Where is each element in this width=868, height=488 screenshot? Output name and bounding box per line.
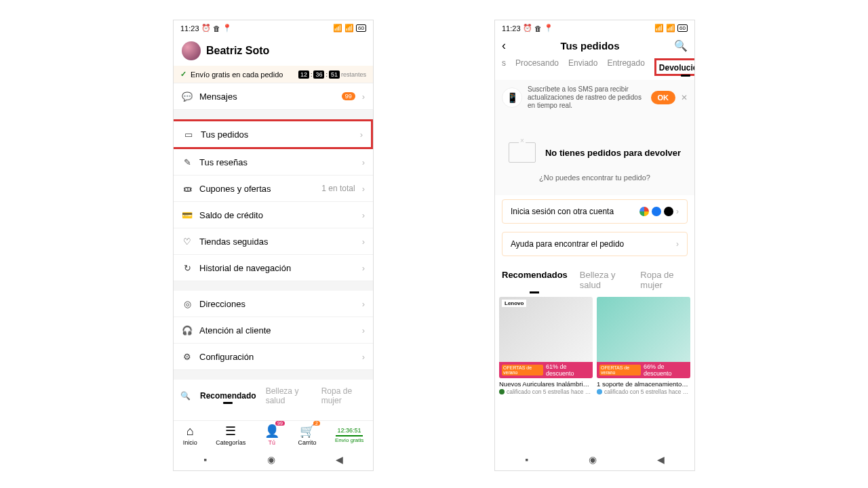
badge: 99 [342,92,355,100]
location-icon: 📍 [222,24,232,33]
product-grid: Lenovo OFERTAS de verano61% de descuento… [495,294,694,398]
product-card[interactable]: Lenovo OFERTAS de verano61% de descuento… [499,297,593,395]
battery-icon: 60 [677,24,688,32]
signal-icon: 📶 [654,24,664,33]
menu-atencion[interactable]: 🎧 Atención al cliente › [174,317,373,344]
sms-text: Suscríbete a los SMS para recibir actual… [528,85,646,110]
chevron-right-icon: › [362,352,365,362]
empty-box-icon [509,142,536,163]
user-icon: 👤99 [264,424,279,439]
tab-belleza[interactable]: Belleza y salud [580,270,628,290]
nav-envio[interactable]: 12:36:51Envío gratis [335,427,363,443]
status-bar: 11:23⏰🗑📍 📶📶60 [174,20,373,36]
facebook-icon [652,207,661,216]
discount-strip: OFERTAS de verano61% de descuento [499,362,593,378]
search-icon[interactable]: 🔍 [674,39,688,52]
phone-left: 11:23⏰🗑📍 📶📶60 Beatriz Soto ✓ Envío grati… [174,20,373,470]
message-icon: 💬 [182,91,193,102]
nav-inicio[interactable]: ⌂Inicio [183,424,197,446]
login-other-account[interactable]: Inicia sesión con otra cuenta › [502,199,688,224]
menu-cupones[interactable]: 🎟 Cupones y ofertas 1 en total › [174,176,373,202]
history-icon: ↻ [182,262,193,273]
menu-historial[interactable]: ↻ Historial de navegación › [174,255,373,281]
system-nav: ▪ ◉ ◀ [495,449,694,470]
menu-pedidos[interactable]: ▭ Tus pedidos › [174,119,373,149]
tab-procesando[interactable]: Procesando [515,58,559,76]
recent-icon[interactable]: ▪ [203,454,207,465]
menu-configuracion[interactable]: ⚙ Configuración › [174,344,373,370]
back-icon[interactable]: ‹ [502,39,506,53]
tab-entregado[interactable]: Entregado [607,58,644,76]
ok-button[interactable]: OK [651,91,676,104]
recent-icon[interactable]: ▪ [525,454,528,465]
tab-partial[interactable]: s [502,58,506,76]
product-title: Nuevos Auriculares Inalámbri… [499,380,593,388]
close-icon[interactable]: ✕ [681,93,688,102]
profile-name: Beatriz Soto [206,45,269,57]
chevron-right-icon: › [362,299,365,309]
product-meta: calificado con 5 estrellas hace … [597,388,690,395]
cart-icon: 🛒2 [300,424,315,439]
tab-recomendados[interactable]: Recomendados [502,270,568,290]
menu-direcciones[interactable]: ◎ Direcciones › [174,291,373,317]
recommendation-tabs: Recomendados Belleza y salud Ropa de muj… [495,260,694,294]
chevron-right-icon: › [362,92,365,102]
support-icon: 🎧 [182,325,193,336]
tab-devoluciones[interactable]: Devoluciones [654,58,694,76]
chevron-right-icon: › [676,239,679,249]
phone-right: 11:23⏰🗑📍 📶📶60 ‹ Tus pedidos 🔍 s Procesan… [495,20,694,470]
recommendation-tabs: 🔍 Recomendado Belleza y salud Ropa de mu… [174,380,373,408]
product-meta: calificado con 5 estrellas hace … [499,388,593,395]
chevron-right-icon: › [362,184,365,194]
chevron-right-icon: › [362,263,365,273]
wifi-icon: 📶 [344,24,354,33]
menu-tiendas[interactable]: ♡ Tiendas seguidas › [174,228,373,255]
menu-resenas[interactable]: ✎ Tus reseñas › [174,149,373,176]
location-icon: ◎ [182,298,193,309]
status-bar: 11:23⏰🗑📍 📶📶60 [495,20,694,36]
alarm-icon: ⏰ [523,24,532,33]
tab-ropa[interactable]: Ropa de mujer [321,386,366,405]
check-icon: ✓ [180,70,186,79]
countdown: 12: 36: 51 restantes [298,70,366,79]
home-circle-icon[interactable]: ◉ [267,454,275,465]
signal-icon: 📶 [333,24,342,33]
menu-mensajes[interactable]: 💬 Mensajes 99 › [174,83,373,110]
search-icon[interactable]: 🔍 [180,391,191,401]
tab-ropa[interactable]: Ropa de mujer [640,270,688,290]
tab-recomendado[interactable]: Recomendado [200,391,256,401]
status-time: 11:23 [180,24,199,33]
discount-strip: OFERTAS de verano66% de descuento [597,362,690,378]
trash-icon: 🗑 [213,24,220,33]
credit-icon: 💳 [182,209,193,220]
back-triangle-icon[interactable]: ◀ [336,454,343,465]
apple-icon [664,207,673,216]
product-card[interactable]: OFERTAS de verano66% de descuento 1 sopo… [597,297,690,395]
chevron-right-icon: › [676,207,679,216]
system-nav: ▪ ◉ ◀ [174,449,373,470]
home-circle-icon[interactable]: ◉ [589,454,597,465]
categories-icon: ☰ [225,424,236,439]
menu-saldo[interactable]: 💳 Saldo de crédito › [174,202,373,228]
back-triangle-icon[interactable]: ◀ [657,454,665,465]
tab-enviado[interactable]: Enviado [568,58,597,76]
empty-state: No tienes pedidos para devolver ¿No pued… [495,115,694,195]
free-shipping-banner[interactable]: ✓ Envío gratis en cada pedido 12: 36: 51… [174,66,373,83]
page-header: ‹ Tus pedidos 🔍 [495,36,694,56]
google-icon [639,207,649,216]
profile-header[interactable]: Beatriz Soto [174,36,373,66]
avatar[interactable] [182,41,201,60]
gear-icon: ⚙ [182,351,193,362]
chevron-right-icon: › [362,157,365,167]
help-find-order[interactable]: Ayuda para encontrar el pedido › [502,232,688,256]
chevron-right-icon: › [360,129,363,140]
nav-categorias[interactable]: ☰Categorías [216,424,245,446]
nav-tu[interactable]: 👤99Tú [264,424,279,446]
sms-banner: 📱 Suscríbete a los SMS para recibir actu… [495,80,694,115]
home-icon: ⌂ [186,424,194,439]
tab-belleza[interactable]: Belleza y salud [266,386,312,405]
chevron-right-icon: › [362,237,365,247]
banner-text: Envío gratis en cada pedido [191,70,283,79]
alarm-icon: ⏰ [201,24,211,33]
nav-carrito[interactable]: 🛒2Carrito [298,424,316,446]
